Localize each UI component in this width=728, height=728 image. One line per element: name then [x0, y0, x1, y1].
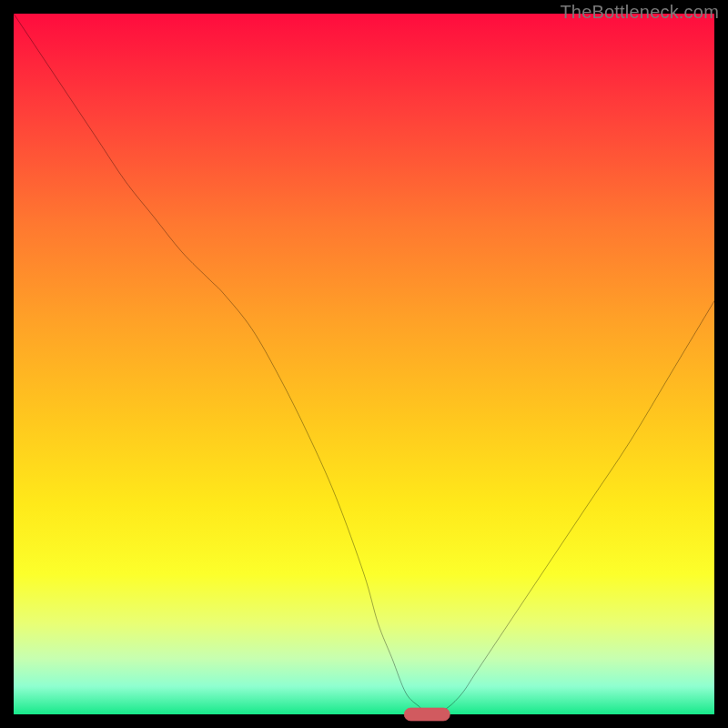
watermark-text: TheBottleneck.com [560, 2, 719, 23]
chart-stage: TheBottleneck.com [0, 0, 728, 728]
optimum-marker [404, 708, 450, 721]
bottleneck-curve [14, 14, 714, 715]
chart-overlay [14, 14, 714, 714]
